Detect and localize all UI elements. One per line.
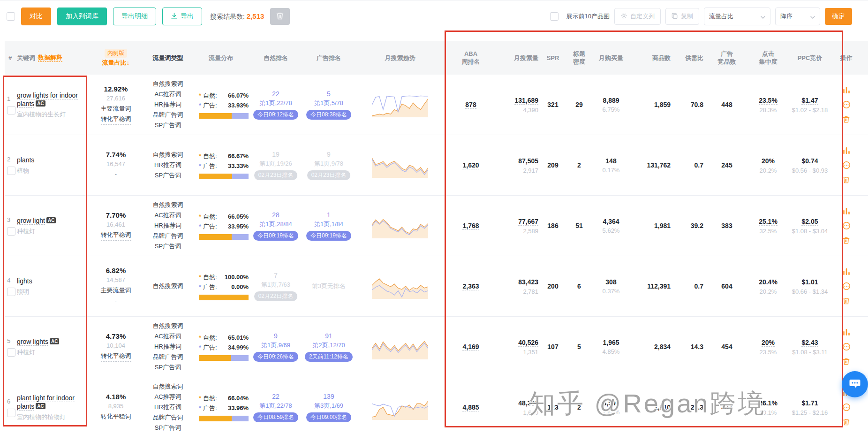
row-number: 1 <box>7 95 10 102</box>
click-share-sub: 20.2% <box>746 167 791 174</box>
ad-pct: 33.33% <box>228 161 249 171</box>
search-volume-value: 40,526 <box>518 339 538 347</box>
row-checkbox[interactable] <box>7 106 15 114</box>
ad-label: 广告: <box>203 161 217 171</box>
table-header: # 关键词数据解释 内测版 流量占比↓ 流量词类型 流量分布 自然排名 广告排名… <box>5 41 868 75</box>
result-count: 搜索结果数: 2,513 <box>210 12 264 21</box>
add-to-library-button[interactable]: 加入到词库 <box>57 8 107 25</box>
traffic-tag: 转化平稳词 <box>88 411 143 422</box>
keyword-link[interactable]: grow light <box>17 217 45 225</box>
chat-support-button[interactable] <box>842 371 868 397</box>
header-keyword: 关键词数据解释 <box>17 46 88 70</box>
keyword-link[interactable]: plant light for indoor plants <box>17 394 75 411</box>
keyword-link[interactable]: plants <box>17 156 34 164</box>
export-detail-button[interactable]: 导出明细 <box>113 8 156 25</box>
natural-bar-segment <box>199 113 232 119</box>
ppc-value: $2.43 <box>801 339 818 347</box>
rank-number: 19 <box>249 151 302 158</box>
chart-analysis-icon[interactable] <box>843 207 850 215</box>
word-type: HR推荐词 <box>143 99 192 110</box>
traffic-tag: 转化平稳词 <box>88 230 143 241</box>
rank-time-badge: 今日09:19排名 <box>306 231 351 241</box>
customize-columns-button[interactable]: 自定义列 <box>614 8 661 25</box>
rank-number: 28 <box>249 211 302 219</box>
clear-trash-button[interactable] <box>270 8 290 25</box>
delete-keyword-icon[interactable] <box>842 358 850 365</box>
keyword-link[interactable]: grow lights <box>17 338 48 346</box>
export-button[interactable]: 导出 <box>162 8 202 25</box>
traffic-tags: - <box>88 169 143 180</box>
ppc-value: $1.71 <box>801 399 818 407</box>
word-type: 品牌广告词 <box>143 412 192 423</box>
chat-bubble-icon <box>848 376 862 392</box>
keyword-table: # 关键词数据解释 内测版 流量占比↓ 流量词类型 流量分布 自然排名 广告排名… <box>0 41 868 434</box>
ad-label: 广告: <box>203 282 217 292</box>
row-checkbox[interactable] <box>7 167 15 175</box>
row-number: 6 <box>7 398 10 405</box>
more-actions-icon[interactable] <box>842 100 851 109</box>
keyword-link[interactable]: grow lights for indoor plants <box>17 91 78 108</box>
chart-analysis-icon[interactable] <box>843 328 850 336</box>
chart-analysis-icon[interactable] <box>843 86 850 94</box>
header-num: # <box>5 54 17 62</box>
natural-pct: 65.01% <box>228 333 249 343</box>
traffic-tag: 转化平稳词 <box>88 114 143 125</box>
confirm-button[interactable]: 确定 <box>825 8 852 25</box>
table-body: 1 grow lights for indoor plantsAC 室内植物的生… <box>5 75 868 434</box>
compare-button[interactable]: 对比 <box>21 8 51 25</box>
row-checkbox[interactable] <box>7 227 15 236</box>
delete-keyword-icon[interactable] <box>842 115 850 123</box>
chart-analysis-icon[interactable] <box>843 147 850 154</box>
copy-button[interactable]: 复制 <box>665 8 699 25</box>
row-checkbox[interactable] <box>7 348 15 357</box>
header-traffic-share[interactable]: 内测版 流量占比↓ <box>88 41 143 75</box>
rank-page: 第3页,1/69 <box>302 402 355 410</box>
sort-field-select[interactable]: 流量占比 <box>704 8 770 25</box>
distribution-bar <box>199 355 249 361</box>
row-checkbox[interactable] <box>7 288 15 296</box>
header-ppc: PPC竞价 <box>791 54 829 62</box>
title-density-value: 2 <box>577 161 581 169</box>
show-top10-checkbox[interactable] <box>550 12 559 21</box>
data-explain-link[interactable]: 数据解释 <box>38 53 62 62</box>
aba-rank-value: 2,363 <box>462 282 479 290</box>
search-volume-value: 77,667 <box>518 218 538 226</box>
traffic-count-value: 27,616 <box>88 95 143 102</box>
delete-keyword-icon[interactable] <box>842 176 850 184</box>
word-type-list: 自然搜索词AC推荐词HR推荐词品牌广告词SP广告词 <box>143 200 192 251</box>
chart-analysis-icon[interactable] <box>843 268 850 275</box>
keyword-link[interactable]: lights <box>17 277 32 285</box>
rank-time-badge: 02月22日排名 <box>254 291 298 301</box>
select-all-checkbox[interactable] <box>7 12 15 21</box>
more-actions-icon[interactable] <box>842 343 851 351</box>
traffic-tags: 转化平稳词 <box>88 230 143 241</box>
click-share-value: 25.1% <box>759 218 777 226</box>
show-top10-label[interactable]: 展示前10产品图 <box>566 12 610 21</box>
natural-bar-segment <box>199 416 232 421</box>
sort-order-select[interactable]: 降序 <box>775 8 820 25</box>
rank-page: 第1页,19/26 <box>249 160 302 168</box>
rank-page: 第1页,9/78 <box>302 160 355 168</box>
delete-keyword-icon[interactable] <box>842 297 850 305</box>
delete-keyword-icon[interactable] <box>842 418 850 426</box>
natural-pct: 66.05% <box>228 212 249 221</box>
row-checkbox[interactable] <box>7 409 15 417</box>
rank-time-badge: 今日09:00排名 <box>306 412 351 422</box>
word-type: SP广告词 <box>143 362 192 373</box>
more-actions-icon[interactable] <box>842 161 851 169</box>
delete-keyword-icon[interactable] <box>842 236 850 244</box>
distribution-bar <box>199 113 249 119</box>
click-share-value: 20% <box>762 157 775 165</box>
traffic-distribution: *自然:100.00% *广告:0.00% <box>192 272 249 300</box>
natural-pct: 66.07% <box>228 91 249 100</box>
ad-star: * <box>199 221 203 231</box>
table-row: 6 plant light for indoor plantsAC 室内植物的植… <box>5 377 868 434</box>
ad-pct: 33.96% <box>228 403 249 413</box>
rank-number: 5 <box>302 90 355 98</box>
more-actions-icon[interactable] <box>842 282 851 290</box>
word-type: HR推荐词 <box>143 342 192 352</box>
more-actions-icon[interactable] <box>842 403 851 411</box>
row-number: 4 <box>7 277 10 284</box>
more-actions-icon[interactable] <box>842 221 851 230</box>
search-volume-value: 87,505 <box>518 157 538 165</box>
